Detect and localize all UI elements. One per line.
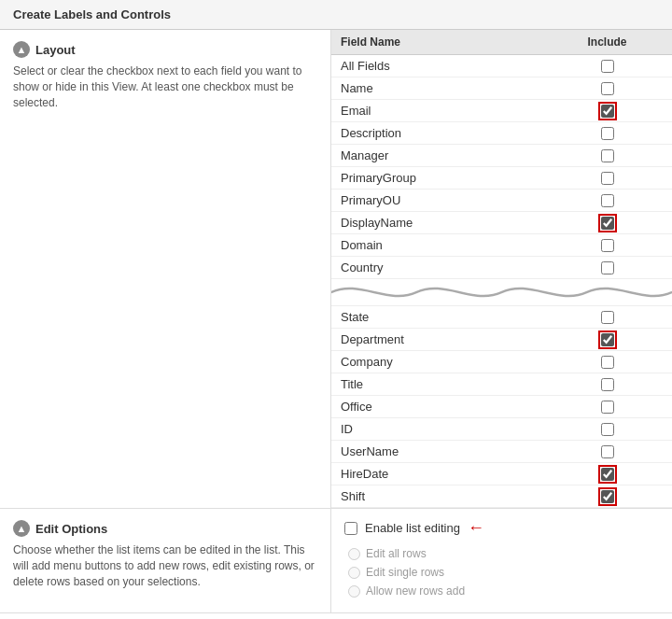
field-name-cell: UserName (331, 441, 542, 463)
include-cell (542, 463, 672, 485)
include-checkbox-primarygroup[interactable] (601, 172, 614, 185)
layout-header: ▲ Layout (13, 41, 317, 58)
table-row: Name (331, 77, 672, 100)
include-cell (542, 306, 672, 329)
include-cell (542, 212, 672, 234)
include-cell (542, 329, 672, 351)
layout-description: Select or clear the checkbox next to eac… (13, 63, 317, 110)
col-include: Include (542, 30, 672, 55)
include-checkbox-hiredate[interactable] (601, 468, 614, 481)
include-checkbox-name[interactable] (601, 82, 614, 95)
include-cell (542, 145, 672, 167)
edit-options-icon: ▲ (13, 520, 30, 537)
edit-options-header: ▲ Edit Options (13, 520, 317, 537)
edit-options-title: Edit Options (35, 522, 107, 536)
table-row: Office (331, 396, 672, 418)
field-name-cell: Domain (331, 234, 542, 257)
include-cell (542, 100, 672, 122)
table-row: Country (331, 257, 672, 279)
table-row: All Fields (331, 55, 672, 77)
field-name-cell: Description (331, 122, 542, 145)
include-checkbox-state[interactable] (601, 311, 614, 324)
field-table-body: All FieldsNameEmailDescriptionManagerPri… (331, 55, 672, 508)
include-checkbox-office[interactable] (601, 401, 614, 414)
radio-edit-all (348, 548, 360, 560)
field-name-cell: All Fields (331, 55, 542, 77)
field-name-cell: Company (331, 351, 542, 373)
include-cell (542, 55, 672, 77)
layout-section: ▲ Layout Select or clear the checkbox ne… (0, 30, 672, 509)
include-cell (542, 441, 672, 463)
layout-section-right: Field Name Include All FieldsNameEmailDe… (331, 30, 672, 508)
table-row: ID (331, 418, 672, 441)
table-row: Company (331, 351, 672, 373)
layout-icon: ▲ (13, 41, 30, 58)
include-checkbox-title[interactable] (601, 378, 614, 391)
include-checkbox-all fields[interactable] (601, 60, 614, 73)
field-name-cell: Shift (331, 485, 542, 508)
layout-section-left: ▲ Layout Select or clear the checkbox ne… (0, 30, 331, 508)
table-row: Title (331, 373, 672, 396)
table-row: PrimaryGroup (331, 167, 672, 190)
radio-allow-new (348, 585, 360, 598)
enable-editing-row: Enable list editing ← (344, 518, 484, 538)
include-checkbox-email[interactable] (601, 105, 614, 118)
include-checkbox-shift[interactable] (601, 490, 614, 503)
include-checkbox-manager[interactable] (601, 149, 614, 162)
include-checkbox-username[interactable] (601, 445, 614, 458)
radio-edit-single (348, 567, 360, 579)
field-name-cell: Country (331, 257, 542, 279)
edit-options-description: Choose whether the list items can be edi… (13, 542, 317, 589)
field-name-cell: Office (331, 396, 542, 418)
table-row: DisplayName (331, 212, 672, 234)
radio-row-2: Allow new rows add (344, 584, 484, 598)
include-checkbox-country[interactable] (601, 261, 614, 274)
include-checkbox-domain[interactable] (601, 239, 614, 252)
layout-title: Layout (35, 43, 76, 57)
radio-edit-all-label: Edit all rows (366, 547, 427, 560)
table-row: UserName (331, 441, 672, 463)
field-name-cell: Email (331, 100, 542, 122)
enable-list-editing-label: Enable list editing (365, 521, 460, 535)
include-checkbox-displayname[interactable] (601, 217, 614, 230)
table-row: Shift (331, 485, 672, 508)
radio-row-1: Edit single rows (344, 566, 484, 579)
include-cell (542, 122, 672, 145)
arrow-icon: ← (468, 518, 484, 538)
edit-options-right: Enable list editing ← Edit all rows Edit… (331, 509, 497, 612)
include-cell (542, 234, 672, 257)
include-cell (542, 257, 672, 279)
enable-list-editing-checkbox[interactable] (344, 522, 357, 535)
field-table: Field Name Include All FieldsNameEmailDe… (331, 30, 672, 508)
include-cell (542, 373, 672, 396)
radio-allow-new-label: Allow new rows add (366, 584, 465, 598)
table-row: Domain (331, 234, 672, 257)
field-name-cell: DisplayName (331, 212, 542, 234)
include-checkbox-id[interactable] (601, 423, 614, 436)
include-checkbox-description[interactable] (601, 127, 614, 140)
field-name-cell: HireDate (331, 463, 542, 485)
table-row: Manager (331, 145, 672, 167)
field-name-cell: Title (331, 373, 542, 396)
include-cell (542, 418, 672, 441)
include-checkbox-company[interactable] (601, 356, 614, 369)
include-checkbox-primaryou[interactable] (601, 194, 614, 207)
table-row: Description (331, 122, 672, 145)
radio-edit-single-label: Edit single rows (366, 566, 444, 579)
table-row: Department (331, 329, 672, 351)
include-cell (542, 190, 672, 212)
field-name-cell: Name (331, 77, 542, 100)
table-row: HireDate (331, 463, 672, 485)
table-row: State (331, 306, 672, 329)
field-name-cell: PrimaryOU (331, 190, 542, 212)
col-field-name: Field Name (331, 30, 542, 55)
radio-row-0: Edit all rows (344, 547, 484, 560)
table-row: PrimaryOU (331, 190, 672, 212)
field-name-cell: PrimaryGroup (331, 167, 542, 190)
edit-options-section: ▲ Edit Options Choose whether the list i… (0, 509, 672, 613)
include-cell (542, 396, 672, 418)
field-table-header: Field Name Include (331, 30, 672, 55)
include-checkbox-department[interactable] (601, 333, 614, 346)
field-name-cell: ID (331, 418, 542, 441)
include-cell (542, 167, 672, 190)
